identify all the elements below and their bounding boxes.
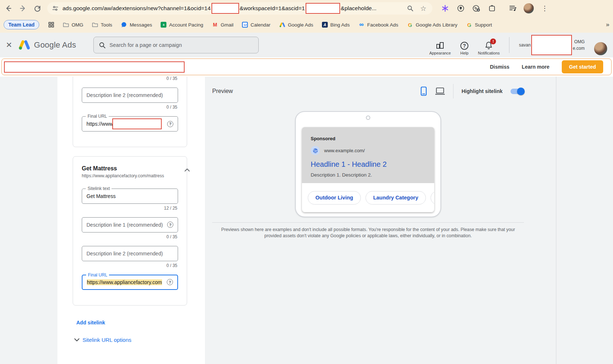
sitelink-card-2: Get Mattress https://www.appliancefactor… <box>73 156 187 306</box>
final-url-field-focused[interactable]: Final URL https://www.appliancefactory.c… <box>82 275 178 290</box>
description-line-2-field[interactable]: Description line 2 (recommended) <box>82 246 178 261</box>
description-line-1-field[interactable]: Description line 1 (recommended) ? <box>82 217 178 232</box>
back-icon[interactable] <box>4 4 13 13</box>
bookmark-calendar[interactable]: 12 Calendar <box>242 22 270 28</box>
browser-profile-avatar[interactable] <box>524 3 534 13</box>
bookmark-account-pacing[interactable]: + Account Pacing <box>161 22 203 28</box>
browser-toolbar: ads.google.com/aw/adextensions/new?chann… <box>0 0 613 17</box>
sponsored-label: Sponsored <box>311 136 426 141</box>
redaction-box-account <box>531 35 572 55</box>
get-started-button[interactable]: Get started <box>562 60 603 73</box>
final-url-field[interactable]: Final URL https://www ? <box>82 116 178 132</box>
apps-grid-icon[interactable] <box>48 22 54 28</box>
google-ads-icon <box>279 22 285 28</box>
sitelink-text-field[interactable]: Sitelink text Get Mattress <box>82 189 178 204</box>
add-sitelink-link[interactable]: Add sitelink <box>76 320 105 325</box>
phone-mockup: Sponsored www.example.com/ Headline 1 - … <box>295 111 441 217</box>
folder-icon <box>63 22 69 28</box>
collapse-chevron-up-icon[interactable] <box>184 165 190 179</box>
bookmark-omg[interactable]: OMG <box>63 22 83 28</box>
location-pin-icon[interactable] <box>456 4 465 13</box>
bookmarks-overflow-icon[interactable]: » <box>606 21 609 28</box>
forward-icon[interactable] <box>18 4 28 13</box>
chevron-down-icon <box>74 338 80 341</box>
notifications-button[interactable]: ! Notifications <box>478 41 500 55</box>
bookmark-tools[interactable]: Tools <box>92 22 112 28</box>
meta-icon: ∞ <box>358 22 364 28</box>
toolbar-extensions: ⋮ <box>440 3 549 13</box>
reload-icon[interactable] <box>33 4 42 13</box>
help-circle-icon[interactable]: ? <box>167 222 173 228</box>
phone-camera-dot <box>366 116 370 120</box>
char-counter: 0 / 35 <box>82 105 177 110</box>
bookmark-support[interactable]: G Support <box>466 22 492 28</box>
ad-description: Description 1. Description 2. <box>311 172 426 178</box>
sitelink-pill[interactable]: Buy Ove <box>431 191 434 205</box>
google-ads-logo[interactable]: Google Ads <box>18 40 76 50</box>
bookmark-facebook-ads[interactable]: ∞ Facebook Ads <box>358 22 398 28</box>
cast-lock-icon[interactable] <box>472 4 481 13</box>
address-bar[interactable]: ads.google.com/aw/adextensions/new?chann… <box>47 2 432 15</box>
sitelink-title: Get Mattress <box>82 165 184 172</box>
notification-badge: ! <box>490 39 496 44</box>
bookmark-bing-ads[interactable]: A Bing Ads <box>322 22 350 28</box>
description-line-2-field[interactable]: Description line 2 (recommended) <box>82 88 178 103</box>
sitelink-url-options-toggle[interactable]: Sitelink URL options <box>74 337 205 343</box>
preview-disclaimer: Previews shown here are examples and don… <box>215 227 522 239</box>
final-url-label: Final URL <box>86 114 109 119</box>
url-text[interactable]: ads.google.com/aw/adextensions/new?chann… <box>62 3 376 14</box>
dismiss-button[interactable]: Dismiss <box>490 64 509 70</box>
bookmark-google-ads[interactable]: Google Ads <box>279 22 313 28</box>
account-domain: e.com <box>573 46 585 51</box>
url-segment-3: &placeholde... <box>341 5 376 12</box>
promo-banner: Dismiss Learn more Get started <box>1 58 612 75</box>
account-info[interactable]: savan OMGe.com <box>519 35 585 55</box>
user-avatar[interactable] <box>594 42 607 55</box>
sitelink-pill[interactable]: Laundry Category <box>366 191 426 205</box>
playlist-icon[interactable] <box>508 4 517 13</box>
help-circle-icon[interactable]: ? <box>167 121 173 127</box>
redaction-box-banner <box>4 61 185 73</box>
redaction-box-url-1 <box>211 3 239 14</box>
desktop-preview-icon[interactable] <box>435 87 445 95</box>
bookmark-team-lead[interactable]: Team Lead <box>4 20 39 29</box>
mobile-preview-icon[interactable] <box>420 86 427 96</box>
account-org: OMG <box>574 39 585 44</box>
help-circle-icon[interactable]: ? <box>167 279 173 285</box>
learn-more-button[interactable]: Learn more <box>522 64 549 70</box>
close-icon[interactable]: ✕ <box>6 41 12 49</box>
browser-menu-kebab-icon[interactable]: ⋮ <box>540 4 549 13</box>
bookmarks-bar: Team Lead OMG Tools Messages + Account P… <box>0 17 613 33</box>
help-icon: ? <box>460 42 468 50</box>
promo-banner-row: Dismiss Learn more Get started <box>0 57 613 77</box>
bookmark-gmail[interactable]: M Gmail <box>212 22 233 28</box>
search-input[interactable]: Search for a page or campaign <box>93 37 259 53</box>
appearance-button[interactable]: Appearance <box>429 41 451 55</box>
highlight-sitelink-label: Highlight sitelink <box>461 88 503 94</box>
preview-header: Preview Highlight sitelink <box>212 77 524 106</box>
google-g-icon: G <box>466 22 472 28</box>
zoom-icon[interactable] <box>406 4 415 13</box>
redaction-box-url-2 <box>306 3 340 14</box>
google-g-icon: G <box>407 22 413 28</box>
product-name: Google Ads <box>34 40 76 50</box>
char-counter: 0 / 35 <box>82 77 177 81</box>
ad-headline[interactable]: Headline 1 - Headline 2 <box>311 160 426 169</box>
main-content: Description line 1 (recommended) ? 0 / 3… <box>0 77 613 364</box>
extension-asterisk-icon[interactable] <box>440 4 450 13</box>
highlight-sitelink-toggle[interactable] <box>511 89 524 94</box>
folder-icon <box>92 22 98 28</box>
site-info-icon[interactable] <box>52 4 59 13</box>
side-panel-icon[interactable] <box>487 4 497 13</box>
sitelink-form-panel: Description line 1 (recommended) ? 0 / 3… <box>57 77 205 364</box>
sitelink-pill[interactable]: Outdoor Living <box>308 191 361 205</box>
google-ads-header: ✕ Google Ads Search for a page or campai… <box>0 33 613 57</box>
bookmark-messages[interactable]: Messages <box>121 22 152 28</box>
help-button[interactable]: ? Help <box>460 42 469 55</box>
right-gutter <box>556 77 613 364</box>
left-gutter <box>0 77 57 364</box>
globe-icon <box>311 146 320 155</box>
gmail-icon: M <box>212 22 218 28</box>
bookmark-google-ads-library[interactable]: G Google Ads Library <box>407 22 457 28</box>
bookmark-star-icon[interactable]: ☆ <box>419 4 428 13</box>
